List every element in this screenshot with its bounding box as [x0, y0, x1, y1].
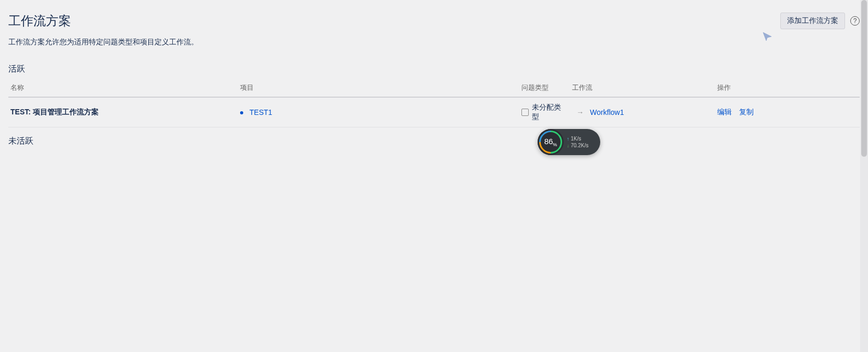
workflow-link[interactable]: Workflow1: [590, 108, 624, 116]
net-upload: ↑ 1K/s: [567, 136, 588, 142]
net-download-value: 70.2K/s: [571, 143, 589, 148]
page-title: 工作流方案: [8, 13, 71, 29]
net-upload-value: 1K/s: [571, 136, 581, 142]
column-header-project: 项目: [238, 79, 519, 97]
net-download: ↓ 70.2K/s: [567, 143, 588, 148]
scheme-name: TEST: 项目管理工作流方案: [10, 108, 99, 116]
help-icon[interactable]: ?: [850, 16, 860, 26]
edit-link[interactable]: 编辑: [717, 108, 732, 117]
column-header-workflow: 工作流: [570, 79, 715, 97]
issue-type-label: 未分配类型: [532, 103, 568, 122]
scrollbar-thumb[interactable]: [861, 0, 867, 157]
project-bullet-icon: [240, 111, 243, 114]
network-monitor-widget[interactable]: 86% ↑ 1K/s ↓ 70.2K/s: [538, 129, 600, 155]
net-percent: 86%: [544, 137, 557, 147]
issue-type-icon: [521, 109, 529, 116]
arrow-down-icon: ↓: [567, 143, 569, 148]
add-workflow-scheme-button[interactable]: 添加工作流方案: [780, 13, 845, 29]
scrollbar-track[interactable]: [860, 0, 868, 352]
header-actions: 添加工作流方案 ?: [780, 13, 860, 29]
table-row: TEST: 项目管理工作流方案 TEST1 未分配类型 → Workflow1 …: [8, 97, 860, 127]
net-stats: ↑ 1K/s ↓ 70.2K/s: [567, 136, 588, 148]
column-header-name: 名称: [8, 79, 238, 97]
arrow-right-icon: →: [572, 108, 588, 116]
active-schemes-table: 名称 项目 问题类型 工作流 操作 TEST: 项目管理工作流方案 TEST1 …: [8, 79, 860, 127]
column-header-actions: 操作: [715, 79, 860, 97]
page-header: 工作流方案 添加工作流方案 ?: [0, 0, 868, 33]
copy-link[interactable]: 复制: [739, 108, 754, 117]
inactive-section-title: 未活跃: [0, 127, 868, 151]
net-usage-circle: 86%: [538, 129, 564, 155]
page-description: 工作流方案允许您为适用特定问题类型和项目定义工作流。: [0, 33, 868, 55]
project-link[interactable]: TEST1: [249, 108, 272, 116]
arrow-up-icon: ↑: [567, 136, 569, 142]
active-section-title: 活跃: [0, 55, 868, 79]
column-header-issue-type: 问题类型: [519, 79, 570, 97]
